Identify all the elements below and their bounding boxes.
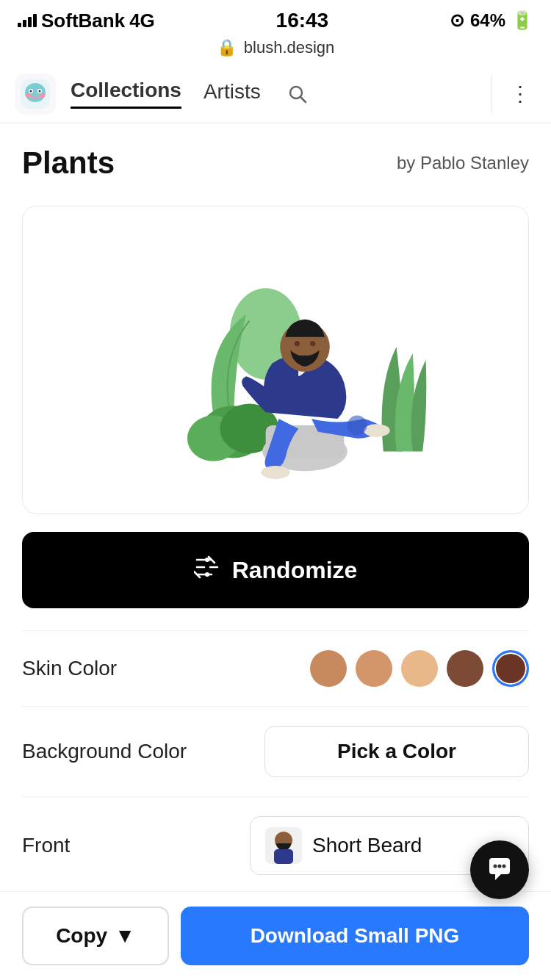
front-label: Front [22,834,70,857]
copy-button[interactable]: Copy ▼ [22,907,169,965]
status-bar: SoftBank 4G 16:43 ⊙ 64% 🔋 [0,0,551,38]
swatch-3[interactable] [401,650,438,687]
chat-button[interactable] [470,840,529,899]
randomize-label: Randomize [232,557,358,584]
more-menu-button[interactable]: ⋮ [504,76,536,112]
svg-point-1 [25,83,46,102]
svg-point-20 [261,466,289,479]
lock-icon: 🔒 [217,38,237,57]
swatch-2[interactable] [356,650,392,687]
svg-line-9 [300,97,306,102]
skin-color-label: Skin Color [22,657,117,680]
carrier-label: SoftBank [41,10,125,32]
tab-artists[interactable]: Artists [204,80,261,108]
battery-icon: 🔋 [511,10,533,31]
page-header: Plants by Pablo Stanley [22,138,529,188]
tab-collections[interactable]: Collections [71,79,181,109]
swatch-4[interactable] [447,650,483,687]
svg-point-23 [205,572,209,577]
time-display: 16:43 [276,9,329,32]
front-thumb [265,827,302,864]
svg-point-28 [498,865,502,868]
pick-color-button[interactable]: Pick a Color [264,726,529,777]
svg-point-17 [295,341,300,346]
copy-label: Copy [56,924,107,948]
url-text: blush.design [244,38,335,57]
nav-tabs: Collections Artists [71,79,480,109]
navbar: Collections Artists ⋮ [0,65,551,123]
svg-point-18 [310,341,315,346]
download-button[interactable]: Download Small PNG [181,907,529,965]
signal-icon [18,14,37,27]
illustration-card [22,206,529,514]
svg-point-21 [347,416,367,436]
front-value: Short Beard [312,834,487,857]
status-left: SoftBank 4G [18,10,155,32]
svg-rect-25 [274,849,293,864]
status-right: ⊙ 64% 🔋 [450,10,533,31]
url-bar: 🔒 blush.design [0,38,551,65]
nav-divider [491,76,492,112]
battery-label: 64% [470,10,505,31]
svg-point-6 [26,93,30,98]
swatch-1[interactable] [310,650,347,687]
svg-point-29 [503,865,506,868]
svg-point-4 [30,90,32,92]
background-color-label: Background Color [22,740,187,763]
record-icon: ⊙ [450,10,464,31]
svg-point-5 [39,90,41,92]
search-button[interactable] [283,79,312,109]
front-row: Front Short Beard ▼ [22,797,529,895]
randomize-button[interactable]: Randomize [22,532,529,608]
svg-point-22 [205,558,209,562]
background-color-control: Pick a Color [264,726,529,777]
bottom-bar: Copy ▼ Download Small PNG [0,891,551,980]
svg-point-19 [364,424,390,437]
randomize-icon [194,554,220,586]
svg-point-27 [494,865,497,868]
main-content: Plants by Pablo Stanley [0,123,551,980]
app-logo[interactable] [15,73,56,115]
skin-color-row: Skin Color [22,631,529,707]
svg-point-7 [40,93,45,98]
page-title: Plants [22,145,115,181]
skin-swatches [310,650,529,687]
network-label: 4G [129,10,155,32]
page-author: by Pablo Stanley [397,153,529,173]
copy-chevron-icon: ▼ [115,924,135,948]
background-color-row: Background Color Pick a Color [22,707,529,797]
swatch-5[interactable] [492,650,529,687]
